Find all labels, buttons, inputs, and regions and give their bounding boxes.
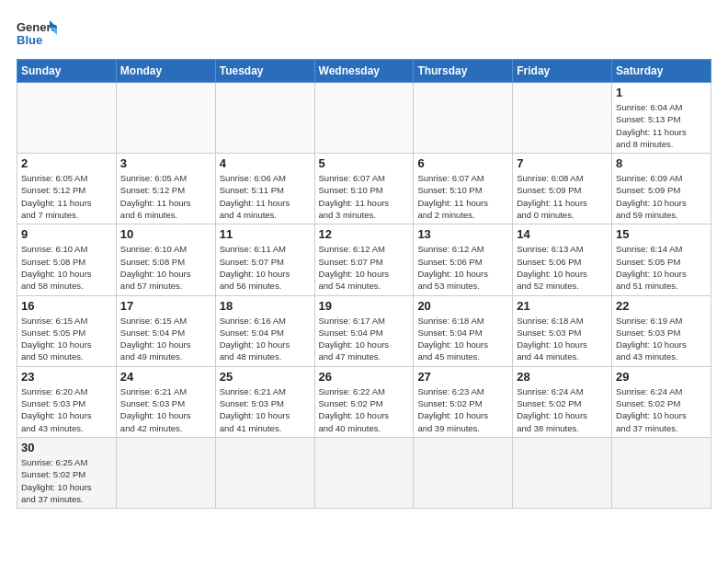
day-info: Sunrise: 6:23 AM Sunset: 5:02 PM Dayligh… (417, 385, 508, 434)
day-info: Sunrise: 6:21 AM Sunset: 5:03 PM Dayligh… (220, 385, 311, 434)
header: General Blue (17, 15, 711, 52)
week-row-4: 16Sunrise: 6:15 AM Sunset: 5:05 PM Dayli… (17, 295, 711, 366)
day-info: Sunrise: 6:15 AM Sunset: 5:05 PM Dayligh… (21, 315, 112, 363)
day-number: 22 (616, 299, 707, 313)
day-info: Sunrise: 6:20 AM Sunset: 5:03 PM Dayligh… (21, 385, 112, 434)
day-info: Sunrise: 6:15 AM Sunset: 5:04 PM Dayligh… (120, 315, 211, 363)
day-number: 29 (616, 370, 707, 384)
day-cell: 17Sunrise: 6:15 AM Sunset: 5:04 PM Dayli… (116, 295, 215, 366)
svg-text:Blue: Blue (17, 33, 42, 47)
day-cell: 26Sunrise: 6:22 AM Sunset: 5:02 PM Dayli… (314, 366, 414, 437)
day-cell: 21Sunrise: 6:18 AM Sunset: 5:03 PM Dayli… (513, 295, 612, 366)
day-cell: 16Sunrise: 6:15 AM Sunset: 5:05 PM Dayli… (17, 295, 117, 366)
day-cell: 2Sunrise: 6:05 AM Sunset: 5:12 PM Daylig… (17, 154, 117, 224)
day-cell: 27Sunrise: 6:23 AM Sunset: 5:02 PM Dayli… (414, 366, 513, 437)
day-number: 10 (120, 227, 211, 241)
day-cell: 23Sunrise: 6:20 AM Sunset: 5:03 PM Dayli… (17, 366, 117, 437)
day-info: Sunrise: 6:07 AM Sunset: 5:10 PM Dayligh… (319, 172, 410, 221)
day-cell: 30Sunrise: 6:25 AM Sunset: 5:02 PM Dayli… (17, 437, 117, 508)
logo: General Blue (17, 18, 57, 52)
day-number: 2 (21, 156, 112, 170)
day-info: Sunrise: 6:16 AM Sunset: 5:04 PM Dayligh… (220, 315, 311, 363)
day-info: Sunrise: 6:07 AM Sunset: 5:10 PM Dayligh… (417, 172, 508, 221)
day-cell (414, 83, 513, 154)
day-info: Sunrise: 6:17 AM Sunset: 5:04 PM Dayligh… (319, 315, 410, 363)
day-cell (17, 83, 117, 154)
day-cell: 4Sunrise: 6:06 AM Sunset: 5:11 PM Daylig… (215, 154, 314, 224)
day-info: Sunrise: 6:25 AM Sunset: 5:02 PM Dayligh… (21, 456, 112, 505)
weekday-wednesday: Wednesday (314, 60, 414, 83)
day-cell: 11Sunrise: 6:11 AM Sunset: 5:07 PM Dayli… (215, 224, 314, 295)
day-cell: 25Sunrise: 6:21 AM Sunset: 5:03 PM Dayli… (215, 366, 314, 437)
day-cell (414, 437, 513, 508)
day-info: Sunrise: 6:09 AM Sunset: 5:09 PM Dayligh… (616, 172, 707, 221)
day-number: 15 (616, 227, 707, 241)
day-number: 30 (21, 441, 112, 454)
day-info: Sunrise: 6:18 AM Sunset: 5:03 PM Dayligh… (517, 315, 608, 363)
day-info: Sunrise: 6:24 AM Sunset: 5:02 PM Dayligh… (517, 385, 608, 434)
day-cell: 24Sunrise: 6:21 AM Sunset: 5:03 PM Dayli… (116, 366, 215, 437)
day-number: 8 (616, 156, 707, 170)
weekday-tuesday: Tuesday (215, 60, 314, 83)
day-number: 7 (517, 156, 608, 170)
day-cell: 3Sunrise: 6:05 AM Sunset: 5:12 PM Daylig… (116, 154, 215, 224)
calendar-table: SundayMondayTuesdayWednesdayThursdayFrid… (17, 59, 711, 509)
day-cell: 5Sunrise: 6:07 AM Sunset: 5:10 PM Daylig… (314, 154, 414, 224)
day-info: Sunrise: 6:11 AM Sunset: 5:07 PM Dayligh… (220, 243, 311, 292)
day-cell (116, 437, 215, 508)
day-cell: 10Sunrise: 6:10 AM Sunset: 5:08 PM Dayli… (116, 224, 215, 295)
day-number: 5 (319, 156, 410, 170)
day-info: Sunrise: 6:22 AM Sunset: 5:02 PM Dayligh… (319, 385, 410, 434)
day-number: 24 (120, 370, 211, 384)
generalblue-icon: General Blue (17, 18, 57, 52)
day-info: Sunrise: 6:05 AM Sunset: 5:12 PM Dayligh… (21, 172, 112, 221)
day-info: Sunrise: 6:19 AM Sunset: 5:03 PM Dayligh… (616, 315, 707, 363)
day-cell (513, 437, 612, 508)
day-number: 6 (417, 156, 508, 170)
day-info: Sunrise: 6:12 AM Sunset: 5:07 PM Dayligh… (319, 243, 410, 292)
day-cell (513, 83, 612, 154)
weekday-sunday: Sunday (17, 60, 117, 83)
day-info: Sunrise: 6:10 AM Sunset: 5:08 PM Dayligh… (21, 243, 112, 292)
day-cell: 20Sunrise: 6:18 AM Sunset: 5:04 PM Dayli… (414, 295, 513, 366)
day-number: 11 (220, 227, 311, 241)
week-row-5: 23Sunrise: 6:20 AM Sunset: 5:03 PM Dayli… (17, 366, 711, 437)
day-number: 14 (517, 227, 608, 241)
day-number: 13 (417, 227, 508, 241)
day-number: 25 (220, 370, 311, 384)
day-cell: 1Sunrise: 6:04 AM Sunset: 5:13 PM Daylig… (612, 83, 711, 154)
page: General Blue SundayMondayTuesdayWednesda… (0, 0, 728, 563)
day-info: Sunrise: 6:13 AM Sunset: 5:06 PM Dayligh… (517, 243, 608, 292)
day-cell: 15Sunrise: 6:14 AM Sunset: 5:05 PM Dayli… (612, 224, 711, 295)
weekday-thursday: Thursday (414, 60, 513, 83)
day-number: 23 (21, 370, 112, 384)
day-number: 17 (120, 299, 211, 313)
day-number: 27 (417, 370, 508, 384)
day-number: 16 (21, 299, 112, 313)
day-cell: 9Sunrise: 6:10 AM Sunset: 5:08 PM Daylig… (17, 224, 117, 295)
day-number: 20 (417, 299, 508, 313)
day-info: Sunrise: 6:10 AM Sunset: 5:08 PM Dayligh… (120, 243, 211, 292)
day-cell: 28Sunrise: 6:24 AM Sunset: 5:02 PM Dayli… (513, 366, 612, 437)
day-info: Sunrise: 6:21 AM Sunset: 5:03 PM Dayligh… (120, 385, 211, 434)
day-number: 19 (319, 299, 410, 313)
day-number: 21 (517, 299, 608, 313)
day-info: Sunrise: 6:06 AM Sunset: 5:11 PM Dayligh… (220, 172, 311, 221)
week-row-1: 1Sunrise: 6:04 AM Sunset: 5:13 PM Daylig… (17, 83, 711, 154)
day-info: Sunrise: 6:04 AM Sunset: 5:13 PM Dayligh… (616, 101, 707, 150)
day-cell: 6Sunrise: 6:07 AM Sunset: 5:10 PM Daylig… (414, 154, 513, 224)
day-cell (116, 83, 215, 154)
week-row-2: 2Sunrise: 6:05 AM Sunset: 5:12 PM Daylig… (17, 154, 711, 224)
day-number: 12 (319, 227, 410, 241)
day-number: 4 (220, 156, 311, 170)
week-row-3: 9Sunrise: 6:10 AM Sunset: 5:08 PM Daylig… (17, 224, 711, 295)
week-row-6: 30Sunrise: 6:25 AM Sunset: 5:02 PM Dayli… (17, 437, 711, 508)
day-info: Sunrise: 6:05 AM Sunset: 5:12 PM Dayligh… (120, 172, 211, 221)
day-number: 28 (517, 370, 608, 384)
weekday-saturday: Saturday (612, 60, 711, 83)
day-cell: 18Sunrise: 6:16 AM Sunset: 5:04 PM Dayli… (215, 295, 314, 366)
weekday-friday: Friday (513, 60, 612, 83)
day-cell: 8Sunrise: 6:09 AM Sunset: 5:09 PM Daylig… (612, 154, 711, 224)
day-cell: 7Sunrise: 6:08 AM Sunset: 5:09 PM Daylig… (513, 154, 612, 224)
day-info: Sunrise: 6:14 AM Sunset: 5:05 PM Dayligh… (616, 243, 707, 292)
